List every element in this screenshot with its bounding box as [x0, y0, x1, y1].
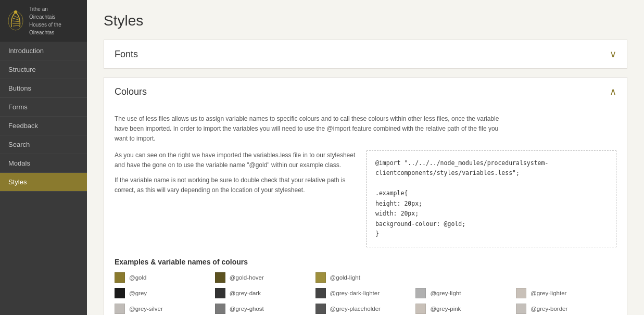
color-item: @gold [115, 272, 215, 283]
svg-point-0 [8, 11, 23, 30]
sidebar-item-forms[interactable]: Forms [0, 98, 87, 117]
code-line4: height: 20px; [375, 199, 608, 209]
sidebar-item-modals[interactable]: Modals [0, 154, 87, 173]
color-label: @grey-light [430, 290, 461, 296]
color-item: @gold-hover [215, 272, 315, 283]
fonts-section: Fonts ∨ [104, 40, 627, 69]
color-label: @gold [129, 274, 146, 281]
color-item: @grey-lighter [516, 288, 616, 298]
code-example: @import "../../../node_modules/procedura… [367, 150, 616, 247]
color-swatch [115, 288, 125, 298]
color-swatch [315, 304, 326, 314]
color-label: @grey [129, 290, 147, 296]
harp-logo-icon [6, 9, 25, 32]
code-line6: background-colour: @gold; [375, 219, 608, 230]
color-item: @grey-silver [115, 304, 215, 314]
sidebar-item-styles[interactable]: Styles [0, 173, 87, 192]
sidebar-item-feedback[interactable]: Feedback [0, 117, 87, 135]
color-swatch [215, 304, 225, 314]
color-item: @grey-pink [415, 304, 516, 314]
color-item: @grey-placeholder [315, 304, 416, 314]
color-swatch [415, 288, 426, 298]
colours-description: As you can see on the right we have impo… [115, 150, 356, 201]
fonts-chevron-icon: ∨ [610, 48, 616, 60]
color-item: @grey [115, 288, 215, 298]
fonts-heading: Fonts [115, 49, 138, 60]
sidebar-item-structure[interactable]: Structure [0, 60, 87, 79]
colours-para2: If the variable name is not working be s… [115, 175, 356, 195]
sidebar-logo-text: Tithe an Oireachtais Houses of the Oirea… [29, 5, 61, 36]
color-label: @grey-dark-lighter [330, 290, 380, 296]
color-item: @grey-border [516, 304, 616, 314]
fonts-section-header[interactable]: Fonts ∨ [104, 40, 627, 68]
color-swatch [215, 288, 225, 298]
sidebar: Tithe an Oireachtais Houses of the Oirea… [0, 0, 87, 315]
sidebar-item-buttons[interactable]: Buttons [0, 79, 87, 98]
colours-layout: As you can see on the right we have impo… [115, 150, 616, 247]
svg-point-1 [14, 10, 17, 14]
color-swatch [115, 272, 125, 283]
color-label: @grey-silver [129, 306, 163, 312]
colours-section: Colours ∧ The use of less files allows u… [104, 77, 627, 315]
code-line1: @import "../../../node_modules/procedura… [375, 158, 608, 179]
page-title: Styles [104, 12, 627, 29]
color-label: @gold-light [330, 274, 360, 281]
color-label: @grey-placeholder [330, 306, 381, 312]
color-item: @gold-light [315, 272, 416, 283]
code-line7: } [375, 229, 608, 240]
code-line3: .example{ [375, 188, 608, 199]
colours-section-header[interactable]: Colours ∧ [104, 78, 627, 106]
color-swatch [215, 272, 225, 283]
colours-body: The use of less files allows us to assig… [104, 106, 627, 315]
color-grid: @gold@gold-hover@gold-light@grey@grey-da… [115, 272, 616, 315]
color-label: @grey-border [531, 306, 567, 312]
color-swatch [516, 288, 526, 298]
code-line5: width: 20px; [375, 209, 608, 219]
color-item [516, 272, 616, 283]
sidebar-logo: Tithe an Oireachtais Houses of the Oirea… [0, 0, 87, 42]
colours-intro-text: The use of less files allows us to assig… [115, 114, 505, 144]
colours-chevron-icon: ∧ [610, 86, 616, 97]
code-line2 [375, 179, 608, 189]
color-item: @grey-dark [215, 288, 315, 298]
color-item [415, 272, 516, 283]
sidebar-item-introduction[interactable]: Introduction [0, 42, 87, 60]
color-label: @grey-dark [230, 290, 261, 296]
color-swatch [115, 304, 125, 314]
color-label: @grey-lighter [531, 290, 566, 296]
color-swatch [415, 304, 426, 314]
color-label: @grey-ghost [230, 306, 264, 312]
color-item: @grey-dark-lighter [315, 288, 416, 298]
colours-para1: As you can see on the right we have impo… [115, 150, 356, 170]
color-swatch [315, 288, 326, 298]
color-item: @grey-ghost [215, 304, 315, 314]
sidebar-item-search[interactable]: Search [0, 135, 87, 154]
main-content: Styles Fonts ∨ Colours ∧ The use of less… [87, 0, 644, 315]
color-label: @grey-pink [430, 306, 461, 312]
examples-title: Examples & variable names of colours [115, 258, 616, 266]
colours-heading: Colours [115, 86, 147, 97]
color-item: @grey-light [415, 288, 516, 298]
color-swatch [516, 304, 526, 314]
color-swatch [315, 272, 326, 283]
color-label: @gold-hover [230, 274, 264, 281]
